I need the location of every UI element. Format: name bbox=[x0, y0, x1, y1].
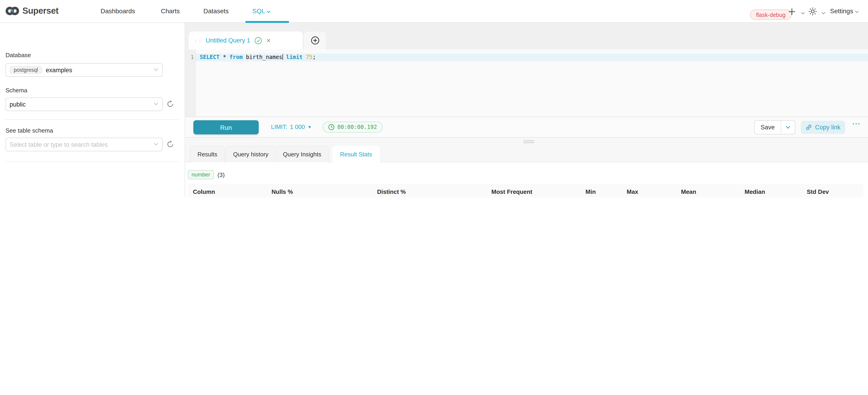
column-header: Nulls % bbox=[267, 184, 372, 198]
column-header: Mean bbox=[676, 184, 740, 198]
type-header: number(3) bbox=[188, 170, 863, 179]
database-value: examples bbox=[46, 66, 72, 73]
limit-dropdown[interactable]: LIMIT: 1 000 ▼ bbox=[271, 123, 312, 130]
superset-infinity-icon bbox=[5, 5, 19, 18]
limit-value: 1 000 bbox=[290, 123, 305, 130]
editor-gutter: 1 bbox=[185, 49, 196, 117]
query-tabstrip: ⋮⋮ Untitled Query 1 ✕ bbox=[185, 23, 868, 49]
table-select[interactable]: Select table or type to search tables bbox=[5, 138, 163, 151]
sql-code-editor[interactable]: 1 SELECT * from birth_names limit 75; bbox=[185, 49, 868, 117]
brand-name: Superset bbox=[22, 6, 59, 16]
settings-menu[interactable]: Settings bbox=[830, 0, 859, 22]
results-tab-query-insights[interactable]: Query Insights bbox=[275, 146, 329, 162]
column-header: Max bbox=[622, 184, 676, 198]
superset-logo[interactable]: Superset bbox=[5, 5, 59, 18]
editor-toolbar: Run LIMIT: 1 000 ▼ 00:00:00.192 Save bbox=[185, 117, 868, 138]
schema-select[interactable]: public bbox=[5, 97, 163, 111]
code-token: from bbox=[229, 54, 243, 60]
refresh-tables-icon[interactable] bbox=[166, 140, 175, 149]
chevron-down-icon[interactable] bbox=[818, 9, 828, 18]
sqllab-left-panel: Database postgresql examples Schema publ… bbox=[0, 23, 185, 198]
table-schema-label: See table schema bbox=[5, 127, 53, 134]
nav-item-dashboards[interactable]: Dashboards bbox=[100, 0, 135, 22]
code-token bbox=[303, 54, 306, 60]
column-header: Most Frequent bbox=[486, 184, 581, 198]
results-tab-query-history[interactable]: Query history bbox=[225, 146, 276, 162]
nav-item-sql[interactable]: SQL bbox=[252, 0, 271, 22]
sidebar-divider bbox=[5, 119, 180, 120]
code-token: SELECT bbox=[200, 54, 220, 60]
column-header: Column bbox=[188, 184, 267, 198]
chevron-down-icon bbox=[154, 68, 158, 71]
limit-label: LIMIT: bbox=[271, 123, 287, 130]
column-header: Distinct % bbox=[372, 184, 486, 198]
sql-editor-panel: ⋮⋮ Untitled Query 1 ✕ bbox=[185, 23, 868, 198]
column-header: Std Dev bbox=[802, 184, 863, 198]
code-token: * bbox=[220, 54, 229, 60]
code-token bbox=[283, 54, 286, 60]
close-tab-icon[interactable]: ✕ bbox=[266, 37, 271, 44]
results-tabbar: ResultsQuery historyQuery InsightsResult… bbox=[185, 145, 868, 162]
database-label: Database bbox=[5, 52, 31, 59]
line-number: 1 bbox=[185, 54, 194, 60]
add-query-tab-button[interactable] bbox=[304, 32, 326, 49]
top-navbar: Superset Dashboards Charts Datasets SQL … bbox=[0, 0, 868, 23]
chevron-down-icon bbox=[855, 0, 859, 22]
schema-label: Schema bbox=[5, 87, 27, 94]
code-token: birth_names bbox=[243, 54, 282, 60]
query-success-check-icon bbox=[254, 37, 262, 44]
save-button[interactable]: Save bbox=[755, 121, 781, 134]
column-count: (3) bbox=[217, 171, 225, 178]
chevron-down-icon bbox=[154, 143, 158, 146]
superset-sql-lab: Superset Dashboards Charts Datasets SQL … bbox=[0, 0, 868, 198]
caret-down-icon: ▼ bbox=[308, 125, 312, 129]
database-select[interactable]: postgresql examples bbox=[5, 63, 163, 77]
more-actions-button[interactable]: ··· bbox=[852, 120, 861, 127]
column-header: Median bbox=[740, 184, 802, 198]
code-token: 75 bbox=[306, 54, 313, 60]
query-timer-badge: 00:00:00.192 bbox=[323, 122, 382, 132]
plus-icon[interactable] bbox=[787, 7, 796, 16]
stats-table-number: ColumnNulls %Distinct %Most FrequentMinM… bbox=[188, 184, 863, 198]
nav-item-charts[interactable]: Charts bbox=[161, 0, 180, 22]
query-tab[interactable]: ⋮⋮ Untitled Query 1 ✕ bbox=[189, 32, 303, 49]
type-tag-number: number bbox=[188, 170, 214, 179]
result-stats-panel: number(3)ColumnNulls %Distinct %Most Fre… bbox=[185, 162, 868, 198]
code-token: limit bbox=[286, 54, 303, 60]
save-split-button[interactable]: Save bbox=[754, 120, 795, 134]
chevron-down-icon bbox=[267, 0, 271, 22]
results-tab-results[interactable]: Results bbox=[190, 146, 225, 162]
code-token: ; bbox=[312, 54, 316, 60]
splitter-grip-icon bbox=[523, 142, 534, 143]
chevron-down-icon bbox=[154, 102, 158, 105]
table-select-placeholder: Select table or type to search tables bbox=[9, 141, 107, 148]
schema-value: public bbox=[9, 101, 26, 108]
database-type-tag: postgresql bbox=[9, 66, 42, 73]
save-options-caret[interactable] bbox=[781, 121, 795, 134]
active-nav-underline bbox=[245, 21, 289, 23]
query-tab-title: Untitled Query 1 bbox=[206, 37, 250, 44]
drag-handle-icon[interactable]: ⋮⋮ bbox=[193, 38, 202, 43]
column-header: Min bbox=[581, 184, 622, 198]
run-query-button[interactable]: Run bbox=[193, 120, 259, 134]
stats-section-number: number(3)ColumnNulls %Distinct %Most Fre… bbox=[188, 170, 863, 198]
sql-statement: SELECT * from birth_names limit 75; bbox=[200, 54, 316, 60]
clock-icon bbox=[328, 124, 335, 130]
link-icon bbox=[805, 124, 812, 131]
splitter-grip-icon bbox=[523, 140, 534, 141]
chevron-down-icon[interactable] bbox=[798, 9, 807, 18]
results-tab-result-stats[interactable]: Result Stats bbox=[332, 146, 380, 163]
plus-circle-icon bbox=[311, 36, 319, 45]
sidebar-divider bbox=[5, 161, 180, 162]
refresh-schemas-icon[interactable] bbox=[166, 100, 175, 108]
elapsed-time: 00:00:00.192 bbox=[337, 124, 377, 130]
pane-splitter[interactable] bbox=[185, 138, 868, 145]
theme-sun-icon[interactable] bbox=[808, 7, 817, 16]
environment-badge: flask-debug bbox=[750, 9, 792, 20]
chevron-down-icon bbox=[786, 126, 790, 129]
copy-link-button[interactable]: Copy link bbox=[801, 121, 845, 134]
nav-item-datasets[interactable]: Datasets bbox=[204, 0, 229, 22]
